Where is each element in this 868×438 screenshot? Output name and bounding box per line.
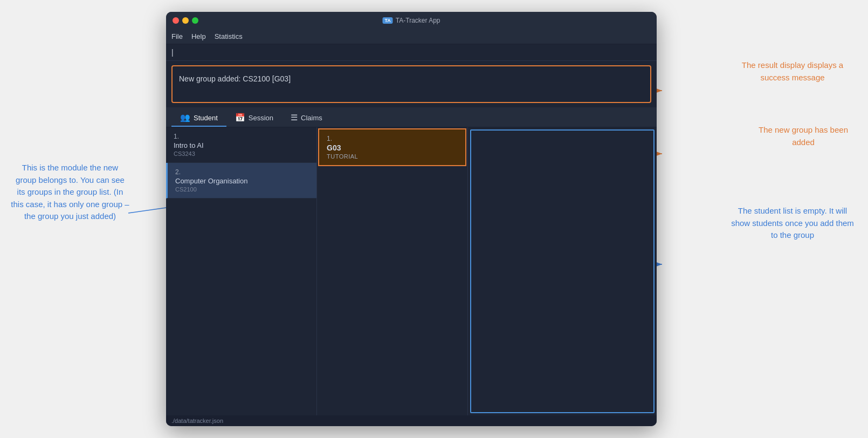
tab-session-label: Session	[249, 114, 273, 122]
menu-file[interactable]: File	[171, 32, 183, 40]
tab-claims[interactable]: ☰ Claims	[282, 109, 331, 127]
group-list: 1. G03 TUTORIAL	[317, 127, 468, 415]
group-1-type: TUTORIAL	[327, 153, 458, 160]
menu-help[interactable]: Help	[191, 32, 206, 40]
tab-student[interactable]: 👥 Student	[171, 109, 226, 127]
annotation-right-group: The new group has been added	[749, 124, 857, 148]
tab-session[interactable]: 📅 Session	[226, 109, 282, 127]
status-path: ./data/tatracker.json	[171, 418, 223, 424]
module-2-code: CS2100	[175, 186, 309, 193]
result-display: New group added: CS2100 [G03]	[171, 65, 651, 103]
main-content: 1. Intro to AI CS3243 2. Computer Organi…	[166, 127, 657, 415]
claims-icon: ☰	[291, 113, 298, 122]
close-button[interactable]	[173, 17, 179, 24]
tab-claims-label: Claims	[301, 114, 322, 122]
group-1-name: G03	[327, 143, 458, 152]
command-input-area	[166, 44, 657, 61]
student-icon: 👥	[180, 113, 190, 122]
module-item-cs3243[interactable]: 1. Intro to AI CS3243	[166, 127, 316, 163]
module-list: 1. Intro to AI CS3243 2. Computer Organi…	[166, 127, 317, 415]
annotation-right-bottom: The student list is empty. It will show …	[728, 205, 857, 242]
module-2-number: 2.	[175, 168, 309, 176]
traffic-lights	[173, 17, 198, 24]
annotation-right-top: The result display displays a success me…	[728, 59, 857, 84]
tab-student-label: Student	[194, 114, 218, 122]
module-2-name: Computer Organisation	[175, 177, 309, 185]
student-list	[470, 129, 655, 413]
annotation-left: This is the module the new group belongs…	[11, 162, 129, 223]
maximize-button[interactable]	[192, 17, 198, 24]
result-text: New group added: CS2100 [G03]	[179, 74, 291, 83]
window-title-text: TA-Tracker App	[396, 17, 440, 24]
title-bar: TA TA-Tracker App	[166, 12, 657, 29]
command-input[interactable]	[171, 48, 651, 57]
module-1-name: Intro to AI	[174, 141, 309, 149]
minimize-button[interactable]	[182, 17, 189, 24]
group-item-g03[interactable]: 1. G03 TUTORIAL	[318, 128, 466, 166]
menu-bar: File Help Statistics	[166, 29, 657, 44]
module-item-cs2100[interactable]: 2. Computer Organisation CS2100	[166, 163, 316, 199]
tabs-bar: 👥 Student 📅 Session ☰ Claims	[166, 107, 657, 127]
title-badge: TA	[382, 17, 392, 24]
session-icon: 📅	[235, 113, 245, 122]
module-1-number: 1.	[174, 133, 309, 140]
module-1-code: CS3243	[174, 150, 309, 157]
window-title: TA TA-Tracker App	[382, 17, 440, 24]
group-1-number: 1.	[327, 135, 458, 142]
menu-statistics[interactable]: Statistics	[215, 32, 243, 40]
status-bar: ./data/tatracker.json	[166, 415, 657, 426]
app-window: TA TA-Tracker App File Help Statistics N…	[166, 12, 657, 426]
